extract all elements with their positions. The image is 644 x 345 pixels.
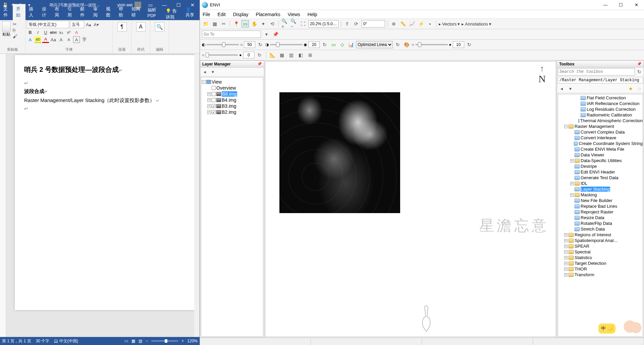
transparency-value[interactable]: [453, 41, 464, 48]
editing-group[interactable]: 🔍 编辑: [150, 20, 169, 53]
toolbox-item[interactable]: +SPEAR: [558, 243, 643, 249]
italic-button[interactable]: I: [35, 29, 41, 36]
rotate-tool-icon[interactable]: ⟲: [269, 20, 276, 28]
toolbox-item[interactable]: +Regions of Interest: [558, 232, 643, 238]
select-tool-icon[interactable]: ▭: [241, 20, 249, 28]
data-manager-icon[interactable]: ▦: [211, 20, 218, 28]
superscript-button[interactable]: x²: [65, 29, 72, 36]
ribbon-tab-10[interactable]: 知网研: [128, 4, 144, 20]
layer-tree[interactable]: − View Overview +B8.img+B4.img+✓B3.img+✓…: [201, 77, 263, 337]
spectral-profile-icon[interactable]: 📈: [408, 20, 416, 28]
web-layout-icon[interactable]: ▤: [139, 339, 142, 343]
tree-overview[interactable]: Overview: [202, 85, 262, 91]
goto-toggle-icon[interactable]: ▾: [263, 31, 270, 38]
brightness-reset-icon[interactable]: ↻: [257, 41, 264, 48]
chip-icon[interactable]: ✂: [220, 20, 227, 28]
layer-checkbox[interactable]: ✓: [212, 110, 216, 114]
portal-icon[interactable]: 📐: [269, 51, 276, 59]
north-up-icon[interactable]: ⇑: [343, 20, 351, 28]
font-color-icon[interactable]: A: [42, 36, 49, 43]
styles-group[interactable]: A 样式: [131, 20, 150, 53]
ribbon-tab-1[interactable]: 开始: [13, 4, 25, 20]
blend-icon[interactable]: ▦: [278, 51, 286, 59]
highlight-icon[interactable]: ab: [35, 36, 41, 43]
layer-item[interactable]: +✓B2.img: [202, 109, 262, 115]
expand-all-icon[interactable]: ▾: [209, 68, 216, 76]
search-refresh-icon[interactable]: ↻: [636, 68, 643, 76]
subscript-button[interactable]: x₂: [58, 29, 64, 36]
zoom-slider[interactable]: [151, 340, 178, 342]
brightness-value[interactable]: [244, 41, 255, 48]
tellme-button[interactable]: 💡 告诉我: [163, 8, 182, 20]
toolbox-item[interactable]: Resize Data: [558, 215, 643, 220]
colormap-icon[interactable]: 🎨: [403, 41, 410, 48]
toolbox-item[interactable]: Layer Stacking: [558, 186, 643, 192]
text-effects-icon[interactable]: A: [27, 36, 34, 43]
toolbox-item[interactable]: +Spectral: [558, 249, 643, 255]
transparency-slider[interactable]: ○ ● ↻: [412, 41, 473, 48]
arbitrary-profile-icon[interactable]: ⚡: [417, 20, 425, 28]
toolbox-search-input[interactable]: [558, 68, 635, 76]
language-indicator[interactable]: 🕮 中文(中国): [54, 338, 78, 344]
histogram-icon[interactable]: 📊: [347, 41, 355, 48]
char-border-icon[interactable]: A: [73, 36, 80, 43]
tree-root-view[interactable]: − View: [202, 79, 262, 85]
collapse-all-icon[interactable]: ◂: [201, 68, 208, 76]
layer-checkbox[interactable]: [212, 92, 216, 96]
toolbox-item[interactable]: Radiometric Calibration: [558, 112, 643, 118]
swipe-icon[interactable]: ◧: [297, 51, 305, 59]
toolbox-item[interactable]: −Raster Management: [558, 124, 643, 129]
toolbox-item[interactable]: Create ENVI Meta File: [558, 146, 643, 152]
copy-icon[interactable]: ⎘: [13, 28, 17, 33]
decrease-font-icon[interactable]: A▾: [93, 21, 100, 28]
toolbox-item[interactable]: IAR Reflectance Correction: [558, 101, 643, 106]
toolbox-item[interactable]: Convert Complex Data: [558, 129, 643, 135]
collapse-icon[interactable]: ◂: [558, 85, 565, 92]
layer-item[interactable]: +B4.img: [202, 97, 262, 103]
vectors-dropdown[interactable]: ▸ Vectors ▾: [439, 21, 460, 27]
pin-icon[interactable]: 📌: [257, 62, 262, 66]
transparency-reset-icon[interactable]: ↻: [466, 41, 473, 48]
annotations-dropdown[interactable]: ▸ Annotations ▾: [462, 21, 491, 27]
paste-button[interactable]: 粘贴: [1, 21, 11, 39]
toolbox-item[interactable]: Create Coordinate System String: [558, 141, 643, 146]
pin-icon[interactable]: 📌: [637, 62, 642, 66]
menu-display[interactable]: Display: [233, 12, 249, 17]
contrast-value[interactable]: [308, 41, 320, 48]
toolbox-item[interactable]: Replace Bad Lines: [558, 203, 643, 209]
zoom-out-icon[interactable]: 🔍−: [290, 20, 298, 28]
read-mode-icon[interactable]: ▭: [124, 339, 128, 343]
layer-checkbox[interactable]: [212, 98, 216, 102]
toolbox-item[interactable]: +Spatiotemporal Anal…: [558, 238, 643, 243]
underline-button[interactable]: U: [42, 29, 49, 36]
stretch-refresh-icon[interactable]: ↻: [394, 41, 401, 48]
2d-scatter-icon[interactable]: ▪: [426, 20, 434, 28]
sharpen-value[interactable]: [243, 52, 255, 58]
toolbox-item[interactable]: New File Builder: [558, 198, 643, 203]
menu-placemarks[interactable]: Placemarks: [256, 12, 280, 17]
open-icon[interactable]: 📁: [202, 20, 209, 28]
menu-views[interactable]: Views: [288, 12, 300, 17]
rotate-icon[interactable]: ⟳: [353, 20, 360, 28]
grow-font-icon[interactable]: A: [58, 36, 64, 43]
toolbox-item[interactable]: Destripe: [558, 163, 643, 169]
toolbox-item[interactable]: Stretch Data: [558, 226, 643, 232]
maximize-icon[interactable]: ☐: [613, 0, 629, 10]
menu-help[interactable]: Help: [308, 12, 317, 17]
zoom-in-icon[interactable]: 🔍+: [281, 20, 288, 28]
shrink-font-icon[interactable]: A: [65, 36, 72, 43]
share-button[interactable]: 👤 共享: [182, 5, 200, 20]
ribbon-tab-11[interactable]: 福昕PDF: [144, 5, 163, 20]
stretch-extent-icon[interactable]: ▭: [330, 41, 337, 48]
layer-checkbox[interactable]: ✓: [212, 104, 216, 108]
change-case-icon[interactable]: Aa: [50, 36, 57, 43]
word-vertical-scrollbar[interactable]: [194, 54, 200, 337]
char-shading-icon[interactable]: 字: [81, 36, 88, 43]
crosshairs-icon[interactable]: ⊕: [390, 20, 397, 28]
zoom-level[interactable]: 120%: [187, 339, 198, 343]
ribbon-tab-9[interactable]: 帮助: [115, 4, 128, 20]
toolbox-item[interactable]: Convert Interleave: [558, 135, 643, 141]
menu-edit[interactable]: Edit: [218, 12, 226, 17]
font-name-select[interactable]: [27, 21, 69, 28]
toolbox-item[interactable]: Rotate/Flip Data: [558, 220, 643, 226]
